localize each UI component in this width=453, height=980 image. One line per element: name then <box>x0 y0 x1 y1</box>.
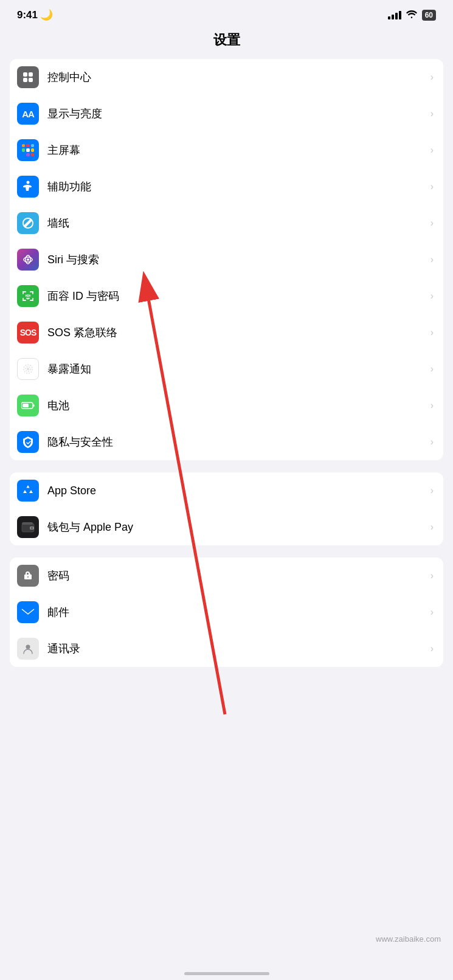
svg-rect-15 <box>22 522 33 525</box>
settings-group-1: 控制中心 › AA 显示与亮度 › 主屏幕 › <box>10 59 443 460</box>
battery-level: 60 <box>425 11 433 19</box>
privacy-label: 隐私与安全性 <box>47 435 431 449</box>
status-bar: 9:41 🌙 60 <box>0 0 453 26</box>
chevron-icon: › <box>431 437 434 447</box>
page-title: 设置 <box>0 26 453 59</box>
mail-icon <box>17 601 39 623</box>
svg-point-10 <box>27 368 29 370</box>
svg-rect-1 <box>29 72 33 77</box>
chevron-icon: › <box>431 291 434 302</box>
display-label: 显示与亮度 <box>47 106 431 121</box>
control-center-icon <box>17 66 39 88</box>
faceid-icon <box>17 285 39 307</box>
settings-item-wallpaper[interactable]: 墙纸 › <box>10 205 443 241</box>
svg-point-7 <box>27 258 29 261</box>
watermark-text: www.zaibaike.com <box>376 934 441 944</box>
svg-point-19 <box>26 645 30 649</box>
control-center-label: 控制中心 <box>47 70 431 85</box>
svg-rect-3 <box>29 78 33 82</box>
home-screen-label: 主屏幕 <box>47 143 431 157</box>
contacts-icon <box>17 638 39 660</box>
sos-label: SOS 紧急联络 <box>47 325 431 340</box>
signal-icon <box>388 11 401 19</box>
settings-item-control-center[interactable]: 控制中心 › <box>10 59 443 95</box>
siri-icon <box>17 249 39 271</box>
wallpaper-label: 墙纸 <box>47 216 431 230</box>
settings-item-appstore[interactable]: App Store › <box>10 472 443 509</box>
wallpaper-icon <box>17 212 39 234</box>
chevron-icon: › <box>431 72 434 83</box>
mail-label: 邮件 <box>47 605 431 619</box>
status-time: 9:41 🌙 <box>17 9 53 21</box>
svg-rect-0 <box>23 72 27 77</box>
appstore-icon <box>17 480 39 502</box>
chevron-icon: › <box>431 327 434 338</box>
svg-rect-18 <box>22 608 34 616</box>
wifi-icon <box>406 10 417 20</box>
battery-setting-icon <box>17 395 39 416</box>
chevron-icon: › <box>431 643 434 654</box>
appstore-label: App Store <box>47 485 431 497</box>
svg-point-4 <box>27 181 30 184</box>
settings-item-wallet[interactable]: 钱包与 Apple Pay › <box>10 509 443 545</box>
accessibility-icon <box>17 176 39 198</box>
battery-icon: 60 <box>422 10 436 21</box>
faceid-label: 面容 ID 与密码 <box>47 289 431 303</box>
settings-item-battery[interactable]: 电池 › <box>10 387 443 424</box>
settings-group-2: App Store › 钱包与 Apple Pay › <box>10 472 443 545</box>
accessibility-label: 辅助功能 <box>47 179 431 194</box>
chevron-icon: › <box>431 570 434 581</box>
home-indicator <box>184 972 269 975</box>
display-aa: AA <box>22 109 34 119</box>
sos-text: SOS <box>20 328 36 337</box>
settings-item-passwords[interactable]: 密码 › <box>10 557 443 594</box>
battery-label: 电池 <box>47 398 431 413</box>
display-icon: AA <box>17 103 39 125</box>
privacy-icon <box>17 431 39 453</box>
chevron-icon: › <box>431 522 434 533</box>
wallet-label: 钱包与 Apple Pay <box>47 520 431 534</box>
settings-item-home-screen[interactable]: 主屏幕 › <box>10 132 443 168</box>
settings-group-3: 密码 › 邮件 › 通讯录 › <box>10 557 443 667</box>
wallet-icon <box>17 516 39 538</box>
home-screen-icon <box>17 139 39 161</box>
chevron-icon: › <box>431 181 434 192</box>
settings-item-siri[interactable]: Siri 与搜索 › <box>10 241 443 278</box>
svg-rect-12 <box>33 404 35 407</box>
time-display: 9:41 <box>17 9 38 21</box>
status-right-icons: 60 <box>388 10 436 21</box>
svg-rect-13 <box>22 404 29 407</box>
svg-rect-2 <box>23 78 27 82</box>
moon-icon: 🌙 <box>40 9 53 21</box>
settings-item-display[interactable]: AA 显示与亮度 › <box>10 95 443 132</box>
settings-item-exposure[interactable]: 暴露通知 › <box>10 351 443 387</box>
contacts-label: 通讯录 <box>47 641 431 656</box>
chevron-icon: › <box>431 485 434 496</box>
watermark: www.zaibaike.com <box>376 934 441 944</box>
settings-item-sos[interactable]: SOS SOS 紧急联络 › <box>10 314 443 351</box>
chevron-icon: › <box>431 145 434 156</box>
exposure-icon <box>17 358 39 380</box>
sos-icon: SOS <box>17 322 39 343</box>
chevron-icon: › <box>431 400 434 411</box>
chevron-icon: › <box>431 607 434 618</box>
settings-item-accessibility[interactable]: 辅助功能 › <box>10 168 443 205</box>
svg-point-17 <box>31 527 33 529</box>
settings-item-privacy[interactable]: 隐私与安全性 › <box>10 424 443 460</box>
passwords-icon <box>17 565 39 587</box>
settings-item-mail[interactable]: 邮件 › <box>10 594 443 630</box>
chevron-icon: › <box>431 254 434 265</box>
settings-item-faceid[interactable]: 面容 ID 与密码 › <box>10 278 443 314</box>
chevron-icon: › <box>431 108 434 119</box>
chevron-icon: › <box>431 364 434 374</box>
chevron-icon: › <box>431 218 434 229</box>
settings-item-contacts[interactable]: 通讯录 › <box>10 630 443 667</box>
siri-label: Siri 与搜索 <box>47 252 431 267</box>
exposure-label: 暴露通知 <box>47 362 431 376</box>
passwords-label: 密码 <box>47 568 431 583</box>
